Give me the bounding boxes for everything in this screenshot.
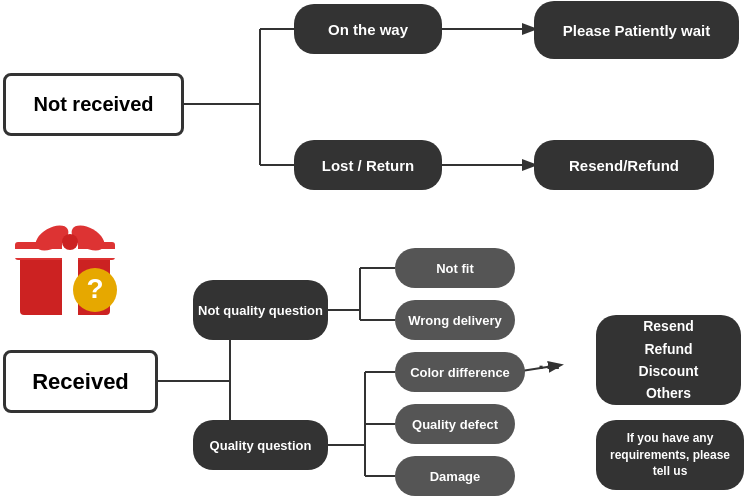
wrong-delivery-box: Wrong delivery (395, 300, 515, 340)
on-the-way-box: On the way (294, 4, 442, 54)
received-box: Received (3, 350, 158, 413)
not-received-box: Not received (3, 73, 184, 136)
svg-rect-23 (15, 249, 115, 258)
ellipsis: ··· (538, 355, 562, 381)
not-quality-box: Not quality question (193, 280, 328, 340)
requirements-box: If you have any requirements, please tel… (596, 420, 744, 490)
resend-refund-top-box: Resend/Refund (534, 140, 714, 190)
gift-icon: ? (10, 200, 130, 320)
color-diff-box: Color difference (395, 352, 525, 392)
lost-return-box: Lost / Return (294, 140, 442, 190)
please-wait-box: Please Patiently wait (534, 1, 739, 59)
svg-text:?: ? (86, 273, 103, 304)
not-fit-box: Not fit (395, 248, 515, 288)
diagram: ? Not received On the way Please Patient… (0, 0, 750, 500)
quality-defect-box: Quality defect (395, 404, 515, 444)
quality-question-box: Quality question (193, 420, 328, 470)
svg-point-26 (62, 234, 78, 250)
resend-options-box: Resend Refund Discount Others (596, 315, 741, 405)
damage-box: Damage (395, 456, 515, 496)
